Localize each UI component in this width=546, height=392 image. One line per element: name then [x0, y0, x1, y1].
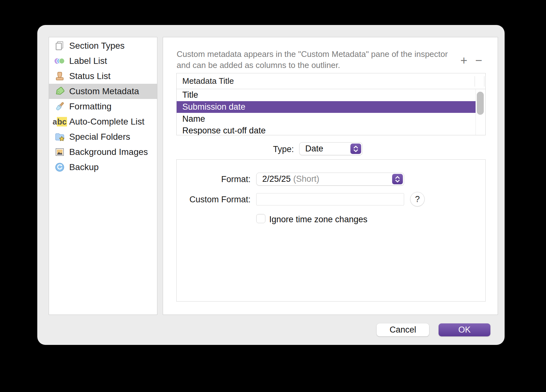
description-line-2: and can be added as columns to the outli…: [177, 60, 448, 71]
metadata-table: Metadata Title Title Submission date Nam…: [176, 73, 486, 135]
table-row-name[interactable]: Name: [177, 113, 476, 125]
sidebar-item-backup[interactable]: Backup: [49, 160, 157, 175]
format-dropdown[interactable]: 2/25/25 (Short): [256, 173, 404, 186]
sidebar-item-formatting[interactable]: Formatting: [49, 99, 157, 114]
special-folders-icon: [54, 132, 65, 142]
sidebar-item-label: Section Types: [69, 41, 124, 51]
ok-button[interactable]: OK: [439, 323, 490, 336]
label-list-icon: [54, 56, 65, 66]
format-dropdown-value: 2/25/25: [262, 174, 291, 184]
date-options-groupbox: Format: 2/25/25 (Short) Custom Format: ?…: [176, 159, 486, 302]
type-dropdown-value: Date: [305, 144, 323, 154]
help-button[interactable]: ?: [410, 192, 425, 206]
format-label: Format:: [177, 175, 251, 184]
sidebar-item-label: Special Folders: [69, 132, 130, 142]
sidebar-item-label: Status List: [69, 71, 111, 81]
formatting-icon: [54, 101, 65, 112]
question-mark-icon: ?: [415, 194, 420, 204]
cancel-button[interactable]: Cancel: [377, 323, 429, 336]
section-types-icon: [54, 40, 65, 51]
sidebar-item-label: Label List: [69, 56, 107, 66]
scrollbar-divider: [476, 89, 476, 135]
status-list-icon: [54, 71, 65, 82]
table-row-submission-date[interactable]: Submission date: [177, 101, 476, 113]
custom-metadata-icon: [54, 86, 65, 97]
sidebar-item-label: Background Images: [69, 147, 148, 157]
type-dropdown[interactable]: Date: [299, 142, 362, 155]
settings-sidebar: Section Types Label List Status List: [49, 37, 157, 315]
sidebar-item-custom-metadata[interactable]: Custom Metadata: [49, 84, 157, 99]
sidebar-item-label: Custom Metadata: [69, 86, 139, 96]
preferences-dialog: Section Types Label List Status List: [37, 25, 505, 345]
stepper-chevrons-icon: [392, 174, 403, 184]
ignore-timezone-checkbox[interactable]: [256, 214, 265, 223]
sidebar-item-auto-complete-list[interactable]: abc Auto-Complete List: [49, 114, 157, 129]
table-row-title[interactable]: Title: [177, 89, 476, 101]
background-images-icon: [54, 147, 65, 157]
type-label: Type:: [199, 144, 294, 154]
scrollbar-thumb[interactable]: [477, 92, 484, 115]
description-line-1: Custom metadata appears in the "Custom M…: [177, 49, 448, 60]
sidebar-item-label: Formatting: [69, 101, 112, 112]
sidebar-item-label: Backup: [69, 162, 99, 172]
sidebar-item-background-images[interactable]: Background Images: [49, 144, 157, 160]
header-divider: [484, 76, 484, 87]
add-metadata-button[interactable]: +: [457, 53, 471, 68]
format-dropdown-suffix: (Short): [293, 174, 319, 184]
sidebar-item-status-list[interactable]: Status List: [49, 69, 157, 84]
table-row-response-cut-off-date[interactable]: Response cut-off date: [177, 125, 476, 135]
metadata-title-column-header: Metadata Title: [182, 76, 234, 86]
header-divider: [475, 76, 475, 87]
sidebar-item-label-list[interactable]: Label List: [49, 53, 157, 69]
stepper-chevrons-icon: [350, 144, 361, 154]
sidebar-item-section-types[interactable]: Section Types: [49, 38, 157, 53]
backup-icon: [54, 162, 65, 173]
custom-format-label: Custom Format:: [177, 195, 251, 204]
custom-format-input[interactable]: [256, 193, 404, 205]
custom-metadata-pane: Custom metadata appears in the "Custom M…: [163, 37, 498, 315]
ignore-timezone-label: Ignore time zone changes: [269, 215, 367, 224]
sidebar-item-label: Auto-Complete List: [69, 117, 144, 127]
sidebar-item-special-folders[interactable]: Special Folders: [49, 129, 157, 144]
auto-complete-icon: abc: [54, 116, 65, 127]
metadata-table-body: Title Submission date Name Response cut-…: [177, 89, 485, 135]
metadata-table-header[interactable]: Metadata Title: [177, 73, 485, 89]
pane-description: Custom metadata appears in the "Custom M…: [177, 49, 448, 71]
remove-metadata-button[interactable]: −: [471, 53, 486, 68]
